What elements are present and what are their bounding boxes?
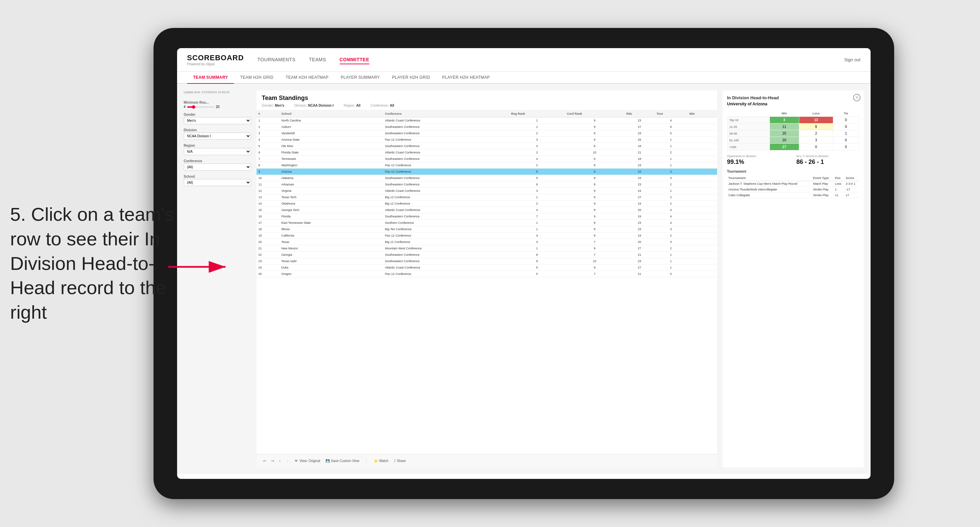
- gender-select[interactable]: Men's: [184, 117, 251, 124]
- table-scroll: # School Conference Reg Rank Conf Rank R…: [256, 110, 717, 454]
- table-row[interactable]: 5 Ole Miss Southeastern Conference 3 6 1…: [256, 143, 717, 149]
- h2h-team: University of Arizona: [727, 102, 859, 106]
- table-row[interactable]: 1 North Carolina Atlantic Coast Conferen…: [256, 117, 717, 124]
- h2h-thead: Win Loss Tie: [727, 110, 859, 117]
- h2h-row-1125: 11-25 11 8 0: [727, 124, 859, 130]
- tablet-screen: SCOREBOARD Powered by clippd TOURNAMENTS…: [177, 48, 870, 479]
- nav-teams[interactable]: TEAMS: [309, 56, 326, 64]
- table-row[interactable]: 14 Oklahoma Big 12 Conference 2 9 24 2: [256, 200, 717, 207]
- tournament-table: Tournament Event Type Pos Score Jackson …: [727, 175, 859, 198]
- table-row[interactable]: 3 Vanderbilt Southeastern Conference 2 8…: [256, 130, 717, 137]
- view-original-btn[interactable]: 👁 View: Original: [294, 459, 320, 463]
- sign-out-button[interactable]: Sign out: [844, 57, 861, 62]
- watch-btn[interactable]: ⭐ Watch: [374, 459, 388, 463]
- opponents-stat: Opponents in division: 99.1%: [727, 154, 790, 165]
- h2h-tbody: Top 10 3 13 0 11-25 11 8 0 26-50: [727, 117, 859, 151]
- min-rounds-max: 20: [216, 105, 220, 109]
- table-row[interactable]: 15 Georgia Tech Atlantic Coast Conferenc…: [256, 207, 717, 213]
- table-row[interactable]: 10 Alabama Southeastern Conference 5 8 2…: [256, 175, 717, 181]
- table-row[interactable]: 16 Florida Southeastern Conference 7 9 2…: [256, 213, 717, 220]
- table-row[interactable]: 7 Tennessee Southeastern Conference 4 6 …: [256, 156, 717, 162]
- table-row[interactable]: 13 Texas Tech Big 12 Conference 1 9 27 2: [256, 194, 717, 200]
- table-header: Team Standings Gender: Men's Division: N…: [256, 90, 717, 110]
- table-meta: Gender: Men's Division: NCAA Division I …: [262, 104, 712, 107]
- table-row[interactable]: 18 Illinois Big Ten Conference 1 9 23 3: [256, 226, 717, 233]
- gender-filter: Gender Men's: [184, 113, 251, 124]
- col-rds: Rds: [624, 110, 654, 117]
- region-select[interactable]: N/A: [184, 148, 251, 155]
- save-custom-btn[interactable]: 💾 Save Custom View: [326, 459, 359, 463]
- h2h-row-top10: Top 10 3 13 0: [727, 117, 859, 124]
- nav-tournaments[interactable]: TOURNAMENTS: [257, 56, 295, 64]
- main-content: Update time: 27/03/2024 16:56:26 Minimum…: [177, 84, 870, 474]
- subnav-team-h2h-grid[interactable]: TEAM H2H GRID: [234, 72, 279, 83]
- meta-division: Division: NCAA Division I: [294, 104, 333, 107]
- table-row[interactable]: 25 Oregon Pac-12 Conference 5 7 21 0: [256, 271, 717, 277]
- standings-panel: Team Standings Gender: Men's Division: N…: [256, 90, 717, 467]
- watch-icon: ⭐: [374, 459, 378, 463]
- redo-btn[interactable]: ↪: [271, 459, 274, 463]
- eye-icon: 👁: [294, 459, 298, 463]
- table-row[interactable]: 2 Auburn Southeastern Conference 1 9 27 …: [256, 124, 717, 130]
- h2h-close-button[interactable]: ✕: [853, 94, 861, 101]
- standings-thead: # School Conference Reg Rank Conf Rank R…: [256, 110, 717, 117]
- h2h-stats: Opponents in division: 99.1% W-L-T recor…: [727, 154, 859, 165]
- tournament-row-1: Jackson T. Stephens Cup Men's Match-Play…: [727, 181, 859, 187]
- subnav-player-summary[interactable]: PLAYER SUMMARY: [335, 72, 386, 83]
- subnav-team-h2h-heatmap[interactable]: TEAM H2H HEATMAP: [279, 72, 335, 83]
- region-filter: Region N/A: [184, 144, 251, 155]
- min-rounds-filter: Minimum Rou... 4 20: [184, 101, 251, 109]
- table-row[interactable]: 21 New Mexico Mountain West Conference 1…: [256, 245, 717, 252]
- undo-btn[interactable]: ↩: [263, 459, 266, 463]
- table-row[interactable]: 6 Florida State Atlantic Coast Conferenc…: [256, 149, 717, 156]
- conference-filter: Conference (All): [184, 159, 251, 171]
- logo-sub: Powered by clippd: [187, 62, 244, 66]
- col-tour: Tour: [654, 110, 687, 117]
- col-conf-rank: Conf Rank: [565, 110, 625, 117]
- tournament-row-2: Arizona Thunderbirds Intercollegiate Str…: [727, 187, 859, 192]
- table-row[interactable]: 11 Arkansas Southeastern Conference 6 8 …: [256, 181, 717, 188]
- subnav-player-h2h-heatmap[interactable]: PLAYER H2H HEATMAP: [436, 72, 496, 83]
- logo-area: SCOREBOARD Powered by clippd: [187, 54, 244, 66]
- table-row[interactable]: 23 Texas A&M Southeastern Conference 9 1…: [256, 258, 717, 265]
- school-select[interactable]: (All): [184, 179, 251, 186]
- col-reg-rank: Reg Rank: [509, 110, 565, 117]
- min-rounds-value: 4: [184, 105, 186, 109]
- col-school: School: [279, 110, 383, 117]
- table-row[interactable]: 9 Arizona Pac-12 Conference 5 8 23 3: [256, 168, 717, 175]
- table-row[interactable]: 4 Arizona State Pac-12 Conference 3 6 26…: [256, 137, 717, 143]
- tablet-frame: SCOREBOARD Powered by clippd TOURNAMENTS…: [154, 28, 894, 499]
- school-filter: School (All): [184, 175, 251, 186]
- table-row[interactable]: 8 Washington Pac-12 Conference 2 8 23 1: [256, 162, 717, 168]
- table-row[interactable]: 19 California Pac-12 Conference 4 8 24 2: [256, 233, 717, 239]
- table-row[interactable]: 20 Texas Big 12 Conference 3 7 20 3: [256, 239, 717, 245]
- table-row[interactable]: 24 Duke Atlantic Coast Conference 5 9 27…: [256, 265, 717, 271]
- meta-gender: Gender: Men's: [262, 104, 285, 107]
- filter-panel: Update time: 27/03/2024 16:56:26 Minimum…: [184, 90, 251, 467]
- table-row[interactable]: 17 East Tennessee State Southern Confere…: [256, 220, 717, 226]
- logo-title: SCOREBOARD: [187, 54, 244, 62]
- subnav-player-h2h-grid[interactable]: PLAYER H2H GRID: [386, 72, 436, 83]
- col-win: Win: [687, 110, 717, 117]
- nav-links: TOURNAMENTS TEAMS COMMITTEE: [257, 56, 844, 64]
- col-conference: Conference: [383, 110, 509, 117]
- subnav-team-summary[interactable]: TEAM SUMMARY: [187, 72, 234, 84]
- nav-committee[interactable]: COMMITTEE: [340, 56, 370, 64]
- back-btn[interactable]: ‹: [279, 459, 280, 463]
- share-btn[interactable]: ⤴ Share: [394, 459, 406, 463]
- table-row[interactable]: 12 Virginia Atlantic Coast Conference 3 …: [256, 188, 717, 194]
- save-icon: 💾: [326, 459, 329, 463]
- table-title: Team Standings: [262, 95, 712, 102]
- tournament-tbody: Jackson T. Stephens Cup Men's Match-Play…: [727, 181, 859, 198]
- tournament-thead: Tournament Event Type Pos Score: [727, 175, 859, 181]
- col-rank: #: [256, 110, 279, 117]
- meta-conference: Conference: All: [371, 104, 394, 107]
- nav-bar: SCOREBOARD Powered by clippd TOURNAMENTS…: [177, 48, 870, 72]
- meta-region: Region: All: [344, 104, 361, 107]
- conference-select[interactable]: (All): [184, 163, 251, 171]
- division-select[interactable]: NCAA Division I: [184, 133, 251, 140]
- division-filter: Division NCAA Division I: [184, 128, 251, 140]
- table-row[interactable]: 22 Georgia Southeastern Conference 8 7 2…: [256, 252, 717, 258]
- share-icon: ⤴: [394, 459, 396, 463]
- h2h-table: Win Loss Tie Top 10 3 13 0 1: [727, 110, 859, 151]
